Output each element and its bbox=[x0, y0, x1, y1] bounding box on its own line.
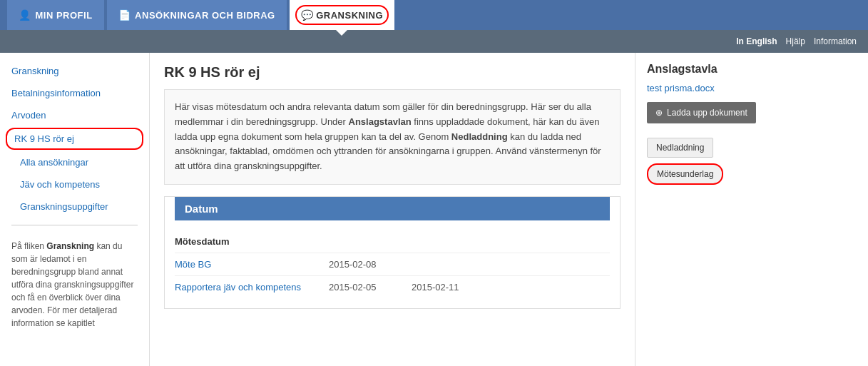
datum-row-1-date1: 2015-02-08 bbox=[329, 259, 400, 270]
meeting-button[interactable]: Mötesunderlag bbox=[647, 163, 723, 185]
datum-row-2-date1: 2015-02-05 bbox=[329, 282, 400, 293]
link-help[interactable]: Hjälp bbox=[786, 36, 805, 46]
sidebar-item-granskning[interactable]: Granskning bbox=[0, 60, 149, 82]
applications-button[interactable]: 📄 ANSÖKNINGAR OCH BIDRAG bbox=[107, 0, 287, 30]
datum-row-2-label[interactable]: Rapportera jäv och kompetens bbox=[175, 282, 317, 293]
panel-title: Anslagstavla bbox=[647, 63, 780, 76]
sidebar-item-rk[interactable]: RK 9 HS rör ej bbox=[6, 128, 143, 150]
sidebar: Granskning Betalningsinformation Arvoden… bbox=[0, 53, 150, 366]
link-information[interactable]: Information bbox=[814, 36, 857, 46]
review-button[interactable]: 💬 GRANSKNING bbox=[290, 0, 394, 30]
sidebar-divider bbox=[11, 225, 138, 225]
upload-button[interactable]: ⊕ Ladda upp dokument bbox=[647, 102, 756, 123]
right-panel: Anslagstavla test prisma.docx ⊕ Ladda up… bbox=[635, 53, 792, 366]
my-profile-button[interactable]: 👤 MIN PROFIL bbox=[7, 0, 104, 30]
granskning-wrapper: 💬 GRANSKNING bbox=[301, 9, 383, 21]
upload-icon: ⊕ bbox=[655, 108, 663, 118]
datum-col-header: Mötesdatum bbox=[175, 229, 610, 253]
sidebar-item-betalning[interactable]: Betalningsinformation bbox=[0, 82, 149, 104]
content-area: RK 9 HS rör ej Här visas mötesdatum och … bbox=[150, 53, 635, 366]
sidebar-info-text: På fliken Granskning kan du som är ledam… bbox=[0, 233, 149, 337]
datum-row-1-label[interactable]: Möte BG bbox=[175, 259, 317, 270]
datum-section: Datum Mötesdatum Möte BG 2015-02-08 Rapp… bbox=[164, 196, 621, 309]
datum-section-header: Datum bbox=[175, 197, 610, 220]
content-description: Här visas mötesdatum och andra relevanta… bbox=[164, 89, 621, 185]
document-icon: 📄 bbox=[118, 9, 131, 21]
link-in-english[interactable]: In English bbox=[736, 36, 777, 46]
secondary-navigation: In English Hjälp Information bbox=[0, 30, 868, 53]
download-button[interactable]: Nedladdning bbox=[647, 138, 713, 158]
sidebar-item-granskningsuppgifter[interactable]: Granskningsuppgifter bbox=[0, 195, 149, 218]
file-link[interactable]: test prisma.docx bbox=[647, 83, 780, 93]
sidebar-item-arvoden[interactable]: Arvoden bbox=[0, 104, 149, 126]
page-title: RK 9 HS rör ej bbox=[164, 64, 621, 81]
datum-row-2-date2: 2015-02-11 bbox=[412, 282, 459, 293]
top-navigation: 👤 MIN PROFIL 📄 ANSÖKNINGAR OCH BIDRAG 💬 … bbox=[0, 0, 868, 30]
sidebar-item-alla[interactable]: Alla ansökningar bbox=[0, 151, 149, 173]
main-layout: Granskning Betalningsinformation Arvoden… bbox=[0, 53, 868, 366]
chat-icon: 💬 bbox=[301, 9, 314, 21]
profile-icon: 👤 bbox=[19, 9, 31, 21]
datum-row-1: Möte BG 2015-02-08 bbox=[175, 253, 610, 275]
datum-row-2: Rapportera jäv och kompetens 2015-02-05 … bbox=[175, 275, 610, 298]
sidebar-item-jav[interactable]: Jäv och kompetens bbox=[0, 173, 149, 195]
